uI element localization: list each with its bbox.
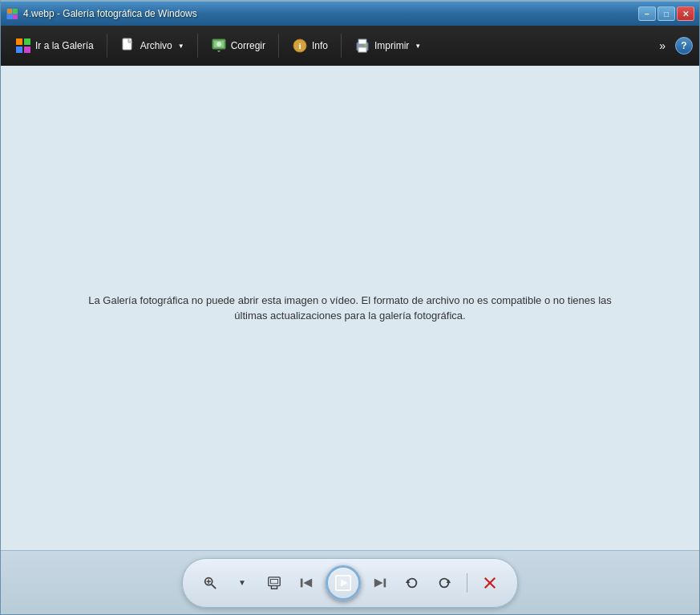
svg-rect-2 <box>13 9 18 14</box>
toolbar-sep-2 <box>197 34 198 58</box>
prev-button[interactable] <box>293 570 319 596</box>
svg-rect-30 <box>384 578 386 587</box>
delete-icon <box>483 576 497 590</box>
zoom-button[interactable] <box>197 570 223 596</box>
error-message: La Galería fotográfica no puede abrir es… <box>88 293 612 324</box>
fix-icon <box>211 38 227 54</box>
file-menu-arrow: ▼ <box>178 42 184 50</box>
bottom-bar: ▼ <box>1 550 699 614</box>
toolbar-sep-4 <box>341 34 342 58</box>
svg-rect-8 <box>24 47 30 53</box>
toolbar-sep-1 <box>107 34 107 58</box>
file-menu-label: Archivo <box>140 40 172 51</box>
next-button[interactable] <box>367 570 393 596</box>
rotate-right-icon <box>437 576 451 590</box>
svg-line-20 <box>212 584 216 588</box>
info-button[interactable]: i Info <box>284 31 336 60</box>
info-label: Info <box>312 40 328 51</box>
error-line-1: La Galería fotográfica no puede abrir es… <box>88 294 612 306</box>
svg-point-12 <box>216 42 221 47</box>
back-to-gallery-button[interactable]: Ir a la Galería <box>7 31 102 60</box>
help-button[interactable]: ? <box>675 37 693 55</box>
fix-button[interactable]: Corregir <box>203 31 273 60</box>
controls-panel: ▼ <box>182 558 518 608</box>
svg-rect-6 <box>24 38 30 45</box>
minimize-button[interactable]: − <box>638 6 656 21</box>
gallery-icon <box>15 38 31 54</box>
svg-marker-31 <box>374 578 383 587</box>
toolbar-more-button[interactable]: » <box>653 36 672 55</box>
controls-separator <box>467 573 467 593</box>
fix-label: Corregir <box>231 40 265 51</box>
svg-rect-16 <box>358 39 366 44</box>
back-to-gallery-label: Ir a la Galería <box>35 40 94 51</box>
zoom-icon <box>203 576 217 590</box>
rotate-right-button[interactable] <box>431 570 457 596</box>
svg-rect-7 <box>16 47 22 53</box>
svg-text:i: i <box>298 41 301 51</box>
main-window: 4.webp - Galería fotográfica de Windows … <box>0 0 700 615</box>
title-bar: 4.webp - Galería fotográfica de Windows … <box>1 2 699 26</box>
toolbar-sep-3 <box>278 34 279 58</box>
print-label: Imprimir <box>374 40 409 51</box>
play-view-button[interactable] <box>326 565 361 601</box>
title-bar-left: 4.webp - Galería fotográfica de Windows <box>6 7 197 20</box>
info-icon: i <box>292 38 308 54</box>
svg-point-18 <box>365 44 367 47</box>
delete-button[interactable] <box>477 570 503 596</box>
actual-size-icon <box>267 576 281 590</box>
app-icon <box>6 7 18 20</box>
error-line-2: últimas actualizaciones para la galería … <box>234 310 465 322</box>
window-title: 4.webp - Galería fotográfica de Windows <box>23 8 197 19</box>
content-area: La Galería fotográfica no puede abrir es… <box>1 66 699 550</box>
svg-rect-5 <box>16 38 22 45</box>
next-icon <box>373 576 387 590</box>
rotate-left-button[interactable] <box>399 570 425 596</box>
print-icon <box>354 38 370 54</box>
close-button[interactable]: ✕ <box>677 6 694 21</box>
zoom-arrow-button[interactable]: ▼ <box>229 570 255 596</box>
rotate-left-icon <box>405 576 419 590</box>
prev-icon <box>299 576 314 590</box>
svg-rect-9 <box>123 38 132 50</box>
print-menu-arrow: ▼ <box>415 42 421 50</box>
svg-rect-4 <box>13 14 18 19</box>
print-button[interactable]: Imprimir ▼ <box>346 31 429 60</box>
svg-rect-3 <box>7 14 12 19</box>
title-bar-buttons: − □ ✕ <box>638 6 694 21</box>
svg-rect-23 <box>269 577 280 585</box>
svg-rect-25 <box>301 578 303 587</box>
svg-rect-1 <box>7 9 12 14</box>
actual-size-button[interactable] <box>261 570 287 596</box>
file-icon <box>120 38 136 54</box>
play-view-icon <box>334 574 352 592</box>
svg-rect-17 <box>358 47 366 52</box>
svg-rect-24 <box>271 579 278 583</box>
toolbar: Ir a la Galería Archivo ▼ <box>1 26 699 66</box>
maximize-button[interactable]: □ <box>658 6 675 21</box>
svg-marker-26 <box>303 578 312 587</box>
file-menu-button[interactable]: Archivo ▼ <box>112 31 192 60</box>
